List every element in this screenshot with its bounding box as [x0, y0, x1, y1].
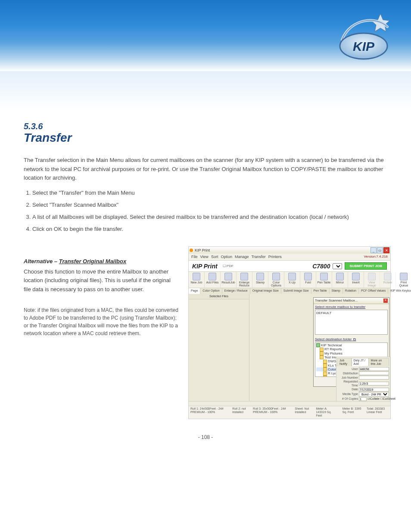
toolbar-print-queue[interactable]: Print Queue	[396, 272, 411, 288]
alt-body: Choose this function to move the entire …	[24, 268, 179, 294]
collate-checkbox[interactable]: ☑Collate	[367, 397, 380, 401]
tab-dely-jt[interactable]: Dely JT / Add	[352, 358, 369, 367]
toolbar-icon	[272, 273, 280, 280]
toolbar-label: Print Queue	[396, 281, 411, 287]
toolbar-rotate: Rotate	[380, 272, 396, 288]
status-item: Roll 2: not installed	[232, 407, 249, 418]
tab-submit-image-size[interactable]: Submit Image Size	[281, 288, 311, 293]
toolbar-mirror[interactable]: Mirror	[332, 272, 348, 288]
menu-transfer[interactable]: Transfer	[251, 255, 265, 259]
printer-name: C7800	[312, 263, 330, 270]
distribution-field[interactable]	[359, 371, 389, 375]
toolbar-icon	[209, 273, 216, 280]
toolbar-color-options[interactable]: Color Options	[268, 272, 284, 288]
files-header: Selected Files	[189, 294, 249, 299]
status-item: Meter B: 3395 Sq. Feet	[342, 407, 362, 418]
window-title: KIP Print	[195, 248, 210, 253]
toolbar-icon	[384, 273, 392, 280]
toolbar-x-up[interactable]: X-Up	[284, 272, 300, 288]
toolbar-pen-table[interactable]: Pen Table	[316, 272, 332, 288]
mailbox-list[interactable]: DEFAULT	[315, 310, 388, 335]
toolbar-fold[interactable]: Fold	[300, 272, 316, 288]
toolbar-stamp[interactable]: Stamp	[252, 272, 268, 288]
intro-paragraph: The Transfer selection in the Main Menu …	[24, 156, 387, 183]
options-pane: Transfer Scanned Mailbox... ✕ Select rem…	[249, 294, 390, 406]
toolbar-icon	[352, 273, 360, 280]
reqtime-field[interactable]	[359, 382, 389, 386]
menu-sort[interactable]: Sort	[211, 255, 218, 259]
browse-folder-icon[interactable]: 🗀	[353, 337, 356, 341]
date-field[interactable]	[359, 388, 389, 392]
minimize-icon[interactable]: _	[371, 247, 377, 253]
tab-stamp[interactable]: Stamp	[330, 288, 343, 293]
toolbar-new-job[interactable]: New Job	[189, 272, 205, 288]
tab-original-image-size[interactable]: Original Image Size	[250, 288, 281, 293]
status-bar: Roll 1: 24x500Feet - 24# PREMIUM - 100%R…	[189, 406, 390, 419]
window-titlebar: KIP Print _ ▭ ✕	[189, 247, 390, 254]
banner-fade	[0, 71, 411, 110]
toolbar-icon	[240, 273, 248, 280]
toolbar-icon	[320, 273, 328, 280]
jobnumber-field[interactable]	[359, 376, 389, 380]
status-item: Total: 283383 Linear Feet	[367, 407, 389, 418]
media-label: Media Type	[337, 392, 358, 396]
tab-enlarge-reduce[interactable]: Enlarge / Reduce	[222, 288, 250, 293]
media-select[interactable]: Bond - 24# PREMIUM	[359, 392, 389, 397]
app-orb-icon	[190, 249, 193, 252]
tree-node[interactable]: My Pictures	[316, 352, 386, 355]
tab-page[interactable]: Page	[189, 288, 200, 293]
toolbar-icon	[304, 273, 312, 280]
toolbar-label: Add Files	[205, 281, 220, 284]
tree-node[interactable]: RT Reports	[316, 347, 386, 351]
status-item: Roll 3: 35x500Feet - 24# PREMIUM - 100%	[253, 407, 290, 418]
folder-icon	[323, 367, 327, 371]
folder-icon	[323, 364, 327, 367]
mailbox-label: Select remote mailbox to transfer	[314, 304, 389, 310]
menu-view[interactable]: View	[200, 255, 209, 259]
toolbar-enlarge-reduce[interactable]: Enlarge Reduce	[237, 272, 252, 288]
tab-pen-table[interactable]: Pen Table	[311, 288, 330, 293]
toolbar-invert[interactable]: Invert	[348, 272, 364, 288]
toolbar-label: Pen Table	[317, 281, 331, 284]
user-field[interactable]	[359, 367, 389, 371]
tab-pcf-offset-values[interactable]: PCF Offset Values	[359, 288, 388, 293]
menu-manage[interactable]: Manage	[235, 255, 249, 259]
kip-banner: KIP	[0, 0, 411, 71]
close-icon[interactable]: ✕	[383, 247, 389, 253]
toolbar-icon	[336, 273, 344, 280]
folder-icon	[323, 360, 327, 364]
maximize-icon[interactable]: ▭	[377, 247, 383, 253]
tab-rotation[interactable]: Rotation	[343, 288, 359, 293]
toolbar-label: X-Up	[285, 281, 299, 284]
menu-file[interactable]: File	[191, 255, 198, 259]
footnote: Note: if the files originated from a MAC…	[24, 306, 179, 337]
toolbar-label: New Job	[189, 281, 204, 284]
h-scrollbar[interactable]	[189, 401, 390, 406]
menu-printers[interactable]: Printers	[268, 255, 282, 259]
submit-print-button[interactable]: SUBMIT PRINT JOB	[345, 262, 387, 270]
toolbar-label: Stamp	[253, 281, 268, 284]
tab-more[interactable]: More on this Job	[369, 358, 389, 367]
menu-option[interactable]: Option	[221, 255, 232, 259]
tab-job-notify[interactable]: Job Notify	[337, 358, 352, 367]
step-item: Select "Transfer Scanned Mailbox"	[32, 201, 387, 210]
job-info-panel: Job Notify Dely JT / Add More on this Jo…	[336, 357, 390, 404]
folder-icon	[320, 352, 324, 355]
toolbar-add-files[interactable]: Add Files	[205, 272, 221, 288]
dialog-close-icon[interactable]: ✕	[383, 299, 388, 303]
status-item: Meter A: 143319 Sq. Feet	[316, 407, 338, 418]
tab-kip-win-keyboard-size[interactable]: KIP Win Keyboard Size	[388, 288, 411, 293]
cutsheet-checkbox[interactable]: ☐CutSheet	[380, 397, 395, 401]
printer-dropdown[interactable]	[333, 263, 342, 269]
options-tabrow: PageColor OptionEnlarge / ReduceOriginal…	[189, 288, 390, 293]
step-item: Click on OK to begin the file transfer.	[32, 225, 387, 234]
section-title: Transfer	[24, 131, 387, 145]
tab-color-option[interactable]: Color Option	[200, 288, 222, 293]
toolbar-icon	[368, 273, 376, 280]
destination-label: Select destination folder 🗀	[314, 336, 389, 342]
tree-node[interactable]: KIP Technical	[316, 343, 386, 347]
toolbar-resubjob[interactable]: ResubJob	[221, 272, 237, 288]
pdf-checkbox[interactable]: ☐ PDF	[223, 264, 234, 268]
distribution-label: Distribution	[337, 372, 358, 375]
files-pane: Selected Files	[189, 294, 249, 406]
